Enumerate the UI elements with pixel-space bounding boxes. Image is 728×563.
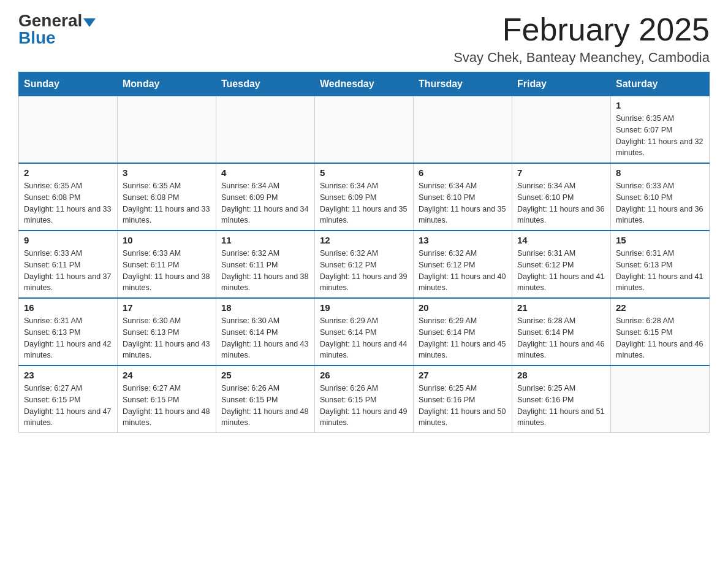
day-info: Sunrise: 6:32 AM Sunset: 6:12 PM Dayligh… xyxy=(320,248,408,294)
day-info: Sunrise: 6:31 AM Sunset: 6:12 PM Dayligh… xyxy=(517,248,605,294)
header-wednesday: Wednesday xyxy=(315,72,414,96)
day-number: 21 xyxy=(517,302,605,313)
day-number: 9 xyxy=(24,235,112,245)
day-number: 17 xyxy=(123,302,211,313)
day-number: 24 xyxy=(123,370,211,380)
calendar-cell xyxy=(118,96,216,164)
day-info: Sunrise: 6:33 AM Sunset: 6:11 PM Dayligh… xyxy=(24,248,112,294)
day-info: Sunrise: 6:27 AM Sunset: 6:15 PM Dayligh… xyxy=(24,383,112,429)
calendar-cell: 27Sunrise: 6:25 AM Sunset: 6:16 PM Dayli… xyxy=(414,366,512,433)
day-number: 18 xyxy=(221,302,309,313)
title-area: February 2025 Svay Chek, Banteay Meanche… xyxy=(453,12,710,66)
day-info: Sunrise: 6:32 AM Sunset: 6:12 PM Dayligh… xyxy=(419,248,507,294)
calendar-cell: 8Sunrise: 6:33 AM Sunset: 6:10 PM Daylig… xyxy=(611,163,710,231)
day-info: Sunrise: 6:28 AM Sunset: 6:14 PM Dayligh… xyxy=(517,315,605,361)
day-number: 23 xyxy=(24,370,112,380)
day-number: 12 xyxy=(320,235,408,245)
day-number: 11 xyxy=(221,235,309,245)
calendar-cell: 12Sunrise: 6:32 AM Sunset: 6:12 PM Dayli… xyxy=(315,231,414,298)
day-info: Sunrise: 6:31 AM Sunset: 6:13 PM Dayligh… xyxy=(24,315,112,361)
day-number: 15 xyxy=(616,235,704,245)
calendar-cell: 19Sunrise: 6:29 AM Sunset: 6:14 PM Dayli… xyxy=(315,298,414,366)
calendar-week-row: 9Sunrise: 6:33 AM Sunset: 6:11 PM Daylig… xyxy=(19,231,710,298)
day-info: Sunrise: 6:29 AM Sunset: 6:14 PM Dayligh… xyxy=(320,315,408,361)
calendar-cell: 26Sunrise: 6:26 AM Sunset: 6:15 PM Dayli… xyxy=(315,366,414,433)
calendar-week-row: 23Sunrise: 6:27 AM Sunset: 6:15 PM Dayli… xyxy=(19,366,710,433)
header-friday: Friday xyxy=(512,72,611,96)
day-number: 6 xyxy=(419,167,507,178)
calendar-cell: 17Sunrise: 6:30 AM Sunset: 6:13 PM Dayli… xyxy=(118,298,216,366)
day-number: 16 xyxy=(24,302,112,313)
calendar-table: SundayMondayTuesdayWednesdayThursdayFrid… xyxy=(18,72,710,433)
header-sunday: Sunday xyxy=(19,72,118,96)
calendar-cell: 25Sunrise: 6:26 AM Sunset: 6:15 PM Dayli… xyxy=(216,366,315,433)
calendar-cell xyxy=(19,96,118,164)
day-number: 4 xyxy=(221,167,309,178)
day-info: Sunrise: 6:34 AM Sunset: 6:10 PM Dayligh… xyxy=(419,180,507,226)
day-info: Sunrise: 6:30 AM Sunset: 6:14 PM Dayligh… xyxy=(221,315,309,361)
day-info: Sunrise: 6:35 AM Sunset: 6:07 PM Dayligh… xyxy=(616,113,704,159)
calendar-week-row: 1Sunrise: 6:35 AM Sunset: 6:07 PM Daylig… xyxy=(19,96,710,164)
day-info: Sunrise: 6:34 AM Sunset: 6:09 PM Dayligh… xyxy=(320,180,408,226)
day-number: 7 xyxy=(517,167,605,178)
calendar-cell: 16Sunrise: 6:31 AM Sunset: 6:13 PM Dayli… xyxy=(19,298,118,366)
day-number: 10 xyxy=(123,235,211,245)
day-info: Sunrise: 6:34 AM Sunset: 6:10 PM Dayligh… xyxy=(517,180,605,226)
day-info: Sunrise: 6:25 AM Sunset: 6:16 PM Dayligh… xyxy=(419,383,507,429)
calendar-cell: 22Sunrise: 6:28 AM Sunset: 6:15 PM Dayli… xyxy=(611,298,710,366)
calendar-cell: 15Sunrise: 6:31 AM Sunset: 6:13 PM Dayli… xyxy=(611,231,710,298)
logo: General Blue xyxy=(18,12,96,47)
day-info: Sunrise: 6:28 AM Sunset: 6:15 PM Dayligh… xyxy=(616,315,704,361)
calendar-week-row: 16Sunrise: 6:31 AM Sunset: 6:13 PM Dayli… xyxy=(19,298,710,366)
day-info: Sunrise: 6:35 AM Sunset: 6:08 PM Dayligh… xyxy=(123,180,211,226)
calendar-cell: 1Sunrise: 6:35 AM Sunset: 6:07 PM Daylig… xyxy=(611,96,710,164)
day-number: 13 xyxy=(419,235,507,245)
day-number: 22 xyxy=(616,302,704,313)
day-number: 1 xyxy=(616,100,704,110)
header-tuesday: Tuesday xyxy=(216,72,315,96)
day-info: Sunrise: 6:30 AM Sunset: 6:13 PM Dayligh… xyxy=(123,315,211,361)
calendar-cell: 14Sunrise: 6:31 AM Sunset: 6:12 PM Dayli… xyxy=(512,231,611,298)
calendar-cell: 11Sunrise: 6:32 AM Sunset: 6:11 PM Dayli… xyxy=(216,231,315,298)
day-info: Sunrise: 6:27 AM Sunset: 6:15 PM Dayligh… xyxy=(123,383,211,429)
calendar-cell: 28Sunrise: 6:25 AM Sunset: 6:16 PM Dayli… xyxy=(512,366,611,433)
day-number: 27 xyxy=(419,370,507,380)
header-saturday: Saturday xyxy=(611,72,710,96)
calendar-cell: 4Sunrise: 6:34 AM Sunset: 6:09 PM Daylig… xyxy=(216,163,315,231)
month-title: February 2025 xyxy=(453,12,710,47)
day-info: Sunrise: 6:26 AM Sunset: 6:15 PM Dayligh… xyxy=(320,383,408,429)
calendar-cell: 21Sunrise: 6:28 AM Sunset: 6:14 PM Dayli… xyxy=(512,298,611,366)
day-info: Sunrise: 6:29 AM Sunset: 6:14 PM Dayligh… xyxy=(419,315,507,361)
logo-general: General xyxy=(18,11,82,30)
day-info: Sunrise: 6:33 AM Sunset: 6:11 PM Dayligh… xyxy=(123,248,211,294)
logo-text: General xyxy=(18,12,96,29)
day-info: Sunrise: 6:31 AM Sunset: 6:13 PM Dayligh… xyxy=(616,248,704,294)
calendar-cell: 13Sunrise: 6:32 AM Sunset: 6:12 PM Dayli… xyxy=(414,231,512,298)
day-number: 2 xyxy=(24,167,112,178)
calendar-header-row: SundayMondayTuesdayWednesdayThursdayFrid… xyxy=(19,72,710,96)
logo-blue: Blue xyxy=(18,29,56,47)
day-number: 20 xyxy=(419,302,507,313)
day-number: 5 xyxy=(320,167,408,178)
calendar-cell: 10Sunrise: 6:33 AM Sunset: 6:11 PM Dayli… xyxy=(118,231,216,298)
calendar-cell xyxy=(315,96,414,164)
calendar-cell: 6Sunrise: 6:34 AM Sunset: 6:10 PM Daylig… xyxy=(414,163,512,231)
calendar-cell: 18Sunrise: 6:30 AM Sunset: 6:14 PM Dayli… xyxy=(216,298,315,366)
day-number: 14 xyxy=(517,235,605,245)
logo-triangle-icon xyxy=(83,18,96,27)
calendar-cell xyxy=(512,96,611,164)
day-number: 8 xyxy=(616,167,704,178)
day-info: Sunrise: 6:25 AM Sunset: 6:16 PM Dayligh… xyxy=(517,383,605,429)
calendar-cell: 24Sunrise: 6:27 AM Sunset: 6:15 PM Dayli… xyxy=(118,366,216,433)
day-info: Sunrise: 6:35 AM Sunset: 6:08 PM Dayligh… xyxy=(24,180,112,226)
day-number: 26 xyxy=(320,370,408,380)
calendar-cell xyxy=(216,96,315,164)
calendar-cell xyxy=(414,96,512,164)
location-title: Svay Chek, Banteay Meanchey, Cambodia xyxy=(453,50,710,66)
day-info: Sunrise: 6:32 AM Sunset: 6:11 PM Dayligh… xyxy=(221,248,309,294)
calendar-week-row: 2Sunrise: 6:35 AM Sunset: 6:08 PM Daylig… xyxy=(19,163,710,231)
calendar-cell: 7Sunrise: 6:34 AM Sunset: 6:10 PM Daylig… xyxy=(512,163,611,231)
calendar-cell: 3Sunrise: 6:35 AM Sunset: 6:08 PM Daylig… xyxy=(118,163,216,231)
day-number: 19 xyxy=(320,302,408,313)
day-info: Sunrise: 6:26 AM Sunset: 6:15 PM Dayligh… xyxy=(221,383,309,429)
